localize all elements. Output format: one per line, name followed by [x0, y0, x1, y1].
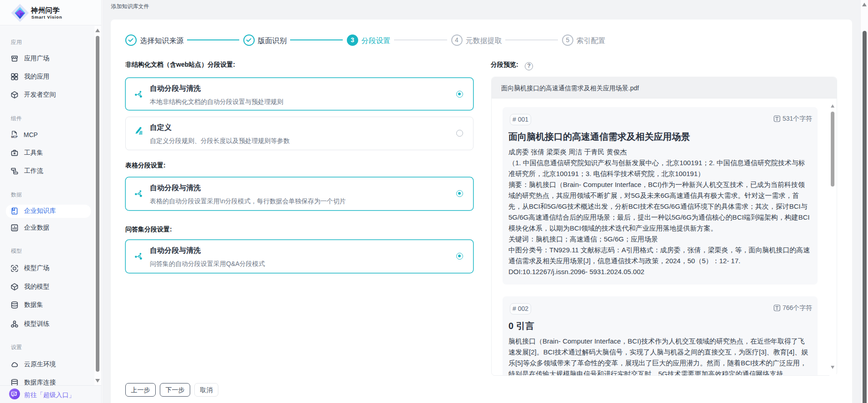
svg-text:MCP: MCP	[11, 135, 18, 138]
